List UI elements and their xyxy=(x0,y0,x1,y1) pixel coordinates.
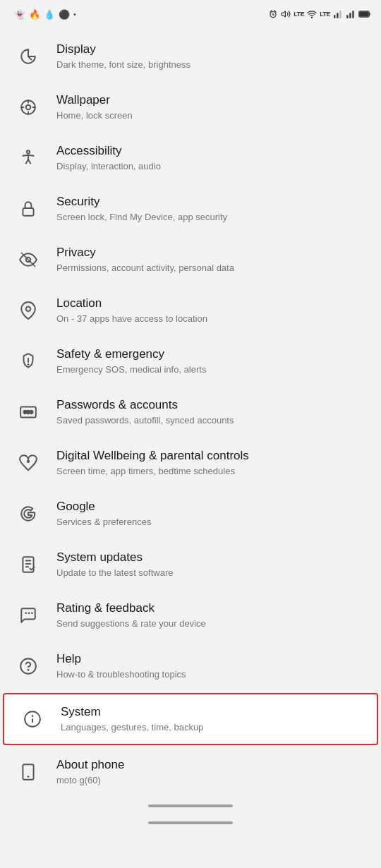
settings-title-privacy: Privacy xyxy=(56,245,367,260)
bottom-indicator xyxy=(148,804,233,807)
settings-title-safety: Safety & emergency xyxy=(56,346,367,362)
settings-item-rating[interactable]: Rating & feedback Send suggestions & rat… xyxy=(0,590,381,641)
passwords-icon xyxy=(14,398,42,426)
display-icon xyxy=(14,42,42,71)
settings-text-display: Display Dark theme, font size, brightnes… xyxy=(56,42,367,71)
status-bar: 👻 🔥 💧 ⚫ • LTE LTE xyxy=(0,0,381,25)
settings-text-passwords: Passwords & accounts Saved passwords, au… xyxy=(56,397,367,427)
status-left: 👻 🔥 💧 ⚫ • xyxy=(10,9,76,20)
settings-item-wellbeing[interactable]: Digital Wellbeing & parental controls Sc… xyxy=(0,438,381,488)
settings-item-updates[interactable]: System updates Update to the latest soft… xyxy=(0,539,381,590)
settings-subtitle-display: Dark theme, font size, brightness xyxy=(56,59,367,71)
settings-subtitle-wellbeing: Screen time, app timers, bedtime schedul… xyxy=(56,465,367,478)
settings-item-passwords[interactable]: Passwords & accounts Saved passwords, au… xyxy=(0,387,381,438)
settings-subtitle-location: On - 37 apps have access to location xyxy=(56,313,367,325)
svg-rect-6 xyxy=(337,13,338,18)
bottom-bar xyxy=(0,797,381,814)
settings-item-accessibility[interactable]: Accessibility Display, interaction, audi… xyxy=(0,133,381,183)
volume-icon xyxy=(281,9,291,19)
signal2-icon xyxy=(346,9,356,19)
settings-text-location: Location On - 37 apps have access to loc… xyxy=(56,296,367,325)
settings-text-about: About phone moto g(60) xyxy=(56,757,367,787)
lte2-badge: LTE xyxy=(320,11,330,18)
location-icon xyxy=(14,296,42,325)
svg-point-19 xyxy=(27,150,30,153)
settings-text-safety: Safety & emergency Emergency SOS, medica… xyxy=(56,346,367,376)
wallpaper-icon xyxy=(14,93,42,121)
help-icon xyxy=(14,652,42,680)
svg-rect-5 xyxy=(334,15,335,18)
settings-title-google: Google xyxy=(56,499,367,514)
dot-icon: • xyxy=(73,10,76,18)
wifi-icon xyxy=(307,9,317,19)
settings-subtitle-safety: Emergency SOS, medical info, alerts xyxy=(56,363,367,376)
about-icon xyxy=(14,758,42,786)
settings-subtitle-passwords: Saved passwords, autofill, synced accoun… xyxy=(56,414,367,427)
svg-point-29 xyxy=(30,411,32,414)
settings-item-about[interactable]: About phone moto g(60) xyxy=(0,747,381,797)
settings-text-help: Help How-to & troubleshooting topics xyxy=(56,651,367,681)
svg-rect-20 xyxy=(23,208,33,216)
settings-item-system[interactable]: System Languages, gestures, time, backup xyxy=(3,693,378,745)
settings-subtitle-accessibility: Display, interaction, audio xyxy=(56,160,367,173)
settings-subtitle-security: Screen lock, Find My Device, app securit… xyxy=(56,211,367,224)
settings-title-security: Security xyxy=(56,194,367,210)
settings-text-wellbeing: Digital Wellbeing & parental controls Sc… xyxy=(56,448,367,478)
settings-item-safety[interactable]: Safety & emergency Emergency SOS, medica… xyxy=(0,336,381,387)
settings-item-help[interactable]: Help How-to & troubleshooting topics xyxy=(0,641,381,692)
settings-title-rating: Rating & feedback xyxy=(56,601,367,616)
bottom-bar xyxy=(0,814,381,831)
safety-icon xyxy=(14,347,42,375)
settings-text-security: Security Screen lock, Find My Device, ap… xyxy=(56,194,367,224)
signal-icon xyxy=(333,9,343,19)
settings-title-system: System xyxy=(61,704,363,720)
alarm-icon xyxy=(268,9,278,19)
settings-subtitle-updates: Update to the latest software xyxy=(56,567,367,579)
settings-subtitle-google: Services & preferences xyxy=(56,516,367,529)
svg-rect-10 xyxy=(352,11,353,18)
settings-title-wallpaper: Wallpaper xyxy=(56,92,367,108)
lte-badge: LTE xyxy=(294,11,304,18)
settings-text-system: System Languages, gestures, time, backup xyxy=(61,704,363,734)
settings-subtitle-help: How-to & troubleshooting topics xyxy=(56,668,367,681)
settings-title-display: Display xyxy=(56,42,367,57)
settings-item-display[interactable]: Display Dark theme, font size, brightnes… xyxy=(0,31,381,82)
status-icons-left: 👻 🔥 💧 ⚫ • xyxy=(14,9,76,20)
security-icon xyxy=(14,195,42,223)
settings-text-privacy: Privacy Permissions, account activity, p… xyxy=(56,245,367,275)
flame-icon: 🔥 xyxy=(29,9,40,20)
settings-title-updates: System updates xyxy=(56,550,367,565)
svg-rect-12 xyxy=(360,12,368,16)
svg-rect-7 xyxy=(339,11,341,18)
settings-item-google[interactable]: Google Services & preferences xyxy=(0,488,381,539)
settings-text-rating: Rating & feedback Send suggestions & rat… xyxy=(56,601,367,630)
svg-point-23 xyxy=(26,307,31,312)
settings-list: Display Dark theme, font size, brightnes… xyxy=(0,25,381,797)
settings-subtitle-rating: Send suggestions & rate your device xyxy=(56,617,367,630)
settings-text-google: Google Services & preferences xyxy=(56,499,367,529)
status-right: LTE LTE xyxy=(268,9,371,19)
svg-rect-8 xyxy=(346,15,348,18)
drop-icon: 💧 xyxy=(44,9,55,20)
settings-title-wellbeing: Digital Wellbeing & parental controls xyxy=(56,448,367,464)
privacy-icon xyxy=(14,246,42,274)
updates-icon xyxy=(14,550,42,579)
settings-title-help: Help xyxy=(56,651,367,667)
svg-marker-3 xyxy=(282,11,285,17)
settings-subtitle-privacy: Permissions, account activity, personal … xyxy=(56,262,367,275)
accessibility-icon xyxy=(14,144,42,172)
wellbeing-icon xyxy=(14,449,42,477)
settings-subtitle-system: Languages, gestures, time, backup xyxy=(61,721,363,734)
settings-item-privacy[interactable]: Privacy Permissions, account activity, p… xyxy=(0,234,381,285)
settings-text-accessibility: Accessibility Display, interaction, audi… xyxy=(56,143,367,173)
settings-title-about: About phone xyxy=(56,757,367,773)
snapchat-icon: 👻 xyxy=(14,9,25,20)
settings-item-location[interactable]: Location On - 37 apps have access to loc… xyxy=(0,285,381,336)
settings-title-accessibility: Accessibility xyxy=(56,143,367,159)
settings-item-security[interactable]: Security Screen lock, Find My Device, ap… xyxy=(0,183,381,234)
system-icon xyxy=(18,705,47,733)
settings-subtitle-about: moto g(60) xyxy=(56,774,367,787)
svg-point-14 xyxy=(26,105,31,110)
settings-item-wallpaper[interactable]: Wallpaper Home, lock screen xyxy=(0,82,381,133)
rating-icon xyxy=(14,601,42,629)
